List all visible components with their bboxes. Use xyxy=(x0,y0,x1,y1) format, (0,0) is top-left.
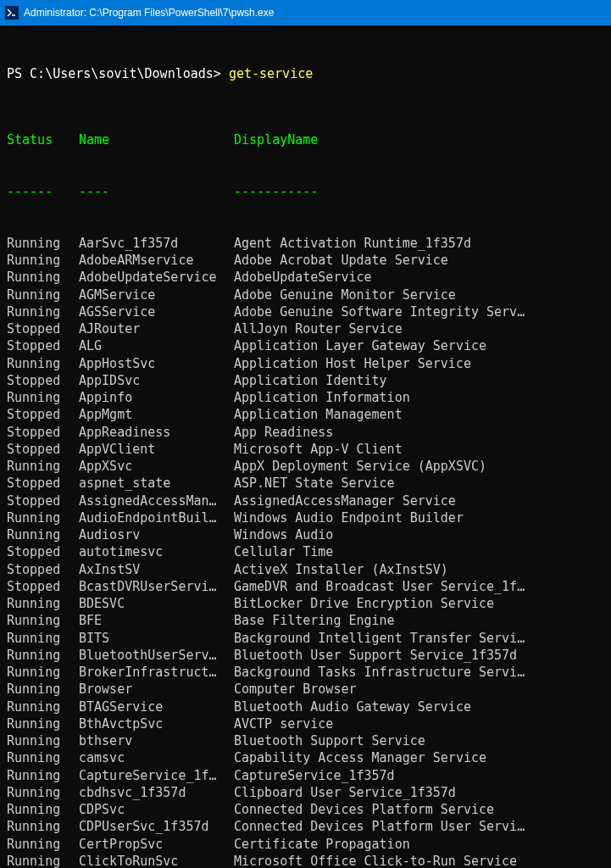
cell-status: Stopped xyxy=(7,561,79,578)
table-row: Stoppedaspnet_stateASP.NET State Service xyxy=(7,475,604,492)
cell-displayname: Background Intelligent Transfer Servi… xyxy=(234,630,525,647)
cell-displayname: ActiveX Installer (AxInstSV) xyxy=(234,561,448,578)
cell-status: Stopped xyxy=(7,492,79,509)
cell-status: Stopped xyxy=(7,337,79,354)
cell-status: Stopped xyxy=(7,424,79,441)
cell-status: Running xyxy=(7,647,79,664)
header-name: Name xyxy=(79,131,234,148)
cell-name: autotimesvc xyxy=(79,543,234,560)
cell-displayname: Application Information xyxy=(234,389,410,406)
cell-name: AppVClient xyxy=(79,441,234,458)
cell-status: Stopped xyxy=(7,441,79,458)
table-row: Runningcbdhsvc_1f357dClipboard User Serv… xyxy=(7,784,604,801)
cell-status: Running xyxy=(7,698,79,715)
cell-status: Stopped xyxy=(7,475,79,492)
cell-displayname: Microsoft App-V Client xyxy=(234,441,403,458)
cell-displayname: AssignedAccessManager Service xyxy=(234,492,456,509)
terminal-output[interactable]: PS C:\Users\sovit\Downloads> get-service… xyxy=(0,25,611,868)
table-row: StoppedautotimesvcCellular Time xyxy=(7,543,604,560)
cell-displayname: AllJoyn Router Service xyxy=(234,320,403,337)
dash-displayname: ----------- xyxy=(234,183,318,200)
cell-displayname: AVCTP service xyxy=(234,715,333,732)
window-title: Administrator: C:\Program Files\PowerShe… xyxy=(24,7,274,19)
cell-displayname: AppX Deployment Service (AppXSVC) xyxy=(234,458,486,475)
cell-name: CDPUserSvc_1f357d xyxy=(79,818,234,835)
table-row: RunningBFEBase Filtering Engine xyxy=(7,612,604,629)
cell-displayname: App Readiness xyxy=(234,424,333,441)
cell-name: aspnet_state xyxy=(79,475,234,492)
cell-displayname: Base Filtering Engine xyxy=(234,612,395,629)
cell-name: ClickToRunSvc xyxy=(79,853,234,868)
cell-displayname: Application Management xyxy=(234,406,403,423)
table-row: RunningAppHostSvcApplication Host Helper… xyxy=(7,355,604,372)
cell-status: Running xyxy=(7,732,79,749)
cell-name: Browser xyxy=(79,681,234,698)
cell-name: AdobeARMservice xyxy=(79,252,234,269)
table-row: StoppedAppIDSvcApplication Identity xyxy=(7,372,604,389)
cell-name: bthserv xyxy=(79,732,234,749)
cell-name: BrokerInfrastruct… xyxy=(79,664,234,681)
table-row: RunningBDESVCBitLocker Drive Encryption … xyxy=(7,595,604,612)
cell-name: Audiosrv xyxy=(79,526,234,543)
header-status: Status xyxy=(7,131,79,148)
table-row: RunningbthservBluetooth Support Service xyxy=(7,732,604,749)
cell-status: Running xyxy=(7,664,79,681)
powershell-icon xyxy=(5,6,19,19)
cell-displayname: Agent Activation Runtime_1f357d xyxy=(234,235,471,252)
table-row: RunningAGSServiceAdobe Genuine Software … xyxy=(7,303,604,320)
cell-status: Running xyxy=(7,595,79,612)
cell-name: AxInstSV xyxy=(79,561,234,578)
cell-status: Running xyxy=(7,784,79,801)
cell-status: Running xyxy=(7,526,79,543)
cell-name: camsvc xyxy=(79,749,234,766)
cell-status: Running xyxy=(7,749,79,766)
cell-name: AppReadiness xyxy=(79,424,234,441)
cell-displayname: Application Identity xyxy=(234,372,387,389)
table-header: StatusNameDisplayName xyxy=(7,131,604,148)
cell-name: AppXSvc xyxy=(79,458,234,475)
cell-name: AudioEndpointBuil… xyxy=(79,509,234,526)
cell-displayname: Bluetooth User Support Service_1f357d xyxy=(234,647,517,664)
cell-displayname: ASP.NET State Service xyxy=(234,475,395,492)
cell-name: AGMService xyxy=(79,287,234,303)
cell-displayname: Windows Audio Endpoint Builder xyxy=(234,509,464,526)
cell-displayname: Clipboard User Service_1f357d xyxy=(234,784,456,801)
cell-name: CaptureService_1f… xyxy=(79,767,234,784)
cell-displayname: Background Tasks Infrastructure Servi… xyxy=(234,664,525,681)
cell-name: Appinfo xyxy=(79,389,234,406)
cell-status: Running xyxy=(7,715,79,732)
table-row: RunningBrowserComputer Browser xyxy=(7,681,604,698)
cell-name: ALG xyxy=(79,337,234,354)
cell-displayname: Application Host Helper Service xyxy=(234,355,471,372)
cell-name: CDPSvc xyxy=(79,801,234,818)
table-row: StoppedAxInstSVActiveX Installer (AxInst… xyxy=(7,561,604,578)
cell-status: Stopped xyxy=(7,543,79,560)
cell-displayname: Connected Devices Platform Service xyxy=(234,801,494,818)
cell-displayname: Bluetooth Audio Gateway Service xyxy=(234,698,471,715)
table-row: RunningBTAGServiceBluetooth Audio Gatewa… xyxy=(7,698,604,715)
cell-displayname: Cellular Time xyxy=(234,543,333,560)
table-row: RunningAdobeUpdateServiceAdobeUpdateServ… xyxy=(7,269,604,286)
table-row: RunningAppinfoApplication Information xyxy=(7,389,604,406)
table-row: RunningBluetoothUserServ…Bluetooth User … xyxy=(7,647,604,664)
cell-status: Running xyxy=(7,767,79,784)
cell-status: Stopped xyxy=(7,406,79,423)
table-row: StoppedAppMgmtApplication Management xyxy=(7,406,604,423)
table-row: RunningCDPSvcConnected Devices Platform … xyxy=(7,801,604,818)
cell-status: Running xyxy=(7,612,79,629)
cell-name: AarSvc_1f357d xyxy=(79,235,234,252)
table-row: RunningcamsvcCapability Access Manager S… xyxy=(7,749,604,766)
table-row: StoppedALGApplication Layer Gateway Serv… xyxy=(7,337,604,354)
cell-status: Running xyxy=(7,235,79,252)
table-row: StoppedAppReadinessApp Readiness xyxy=(7,424,604,441)
cell-status: Running xyxy=(7,355,79,372)
table-row: StoppedBcastDVRUserServi…GameDVR and Bro… xyxy=(7,578,604,595)
cell-status: Stopped xyxy=(7,320,79,337)
table-row: RunningCertPropSvcCertificate Propagatio… xyxy=(7,836,604,853)
window-titlebar[interactable]: Administrator: C:\Program Files\PowerShe… xyxy=(0,0,611,25)
cell-displayname: BitLocker Drive Encryption Service xyxy=(234,595,494,612)
header-displayname: DisplayName xyxy=(234,131,318,148)
table-row: StoppedAssignedAccessMan…AssignedAccessM… xyxy=(7,492,604,509)
cell-status: Running xyxy=(7,836,79,853)
cell-name: BDESVC xyxy=(79,595,234,612)
